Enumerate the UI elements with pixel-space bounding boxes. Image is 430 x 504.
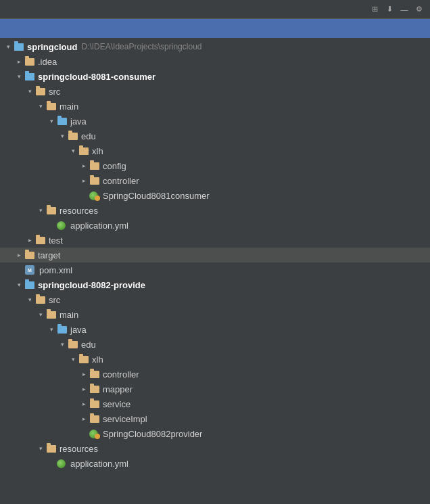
file-icon-folder-plain [89,384,100,394]
tree-item-provider-src[interactable]: ▾src [0,292,430,307]
tree-item-label: config [103,161,126,171]
tree-item-label: springcloud-8082-provide [38,280,145,290]
tree-item-provider[interactable]: ▾springcloud-8082-provide [0,277,430,292]
tree-item-label: main [59,101,78,112]
tree-arrow[interactable]: ▾ [35,205,46,216]
gear-icon[interactable]: ⚙ [414,4,425,15]
tree-item-consumer-resources[interactable]: ▾resources [0,203,430,218]
tree-item-provider-serviceimpl[interactable]: ▸serviceImpl [0,411,430,426]
file-icon-folder-plain [89,175,100,186]
file-icon-folder-plain [78,145,89,156]
tree-item-label: src [49,87,60,97]
tree-item-label: xlh [92,146,103,156]
tree-item-provider-mapper[interactable]: ▸mapper [0,382,430,396]
tree-item-label: target [38,250,60,260]
collapse-icon[interactable]: — [399,4,410,15]
tree-arrow[interactable]: ▾ [3,41,14,52]
file-icon-folder-blue [24,71,35,82]
tree-item-consumer-controller[interactable]: ▸controller [0,173,430,188]
file-icon-folder-plain [35,294,46,305]
tree-arrow[interactable]: ▸ [78,160,89,171]
file-icon-folder-plain [46,101,57,112]
tree-arrow[interactable]: ▸ [78,369,89,380]
file-icon-folder-plain [46,205,57,216]
tree-item-provider-appyml[interactable]: ▸application.yml [0,456,430,471]
tree-item-consumer-appyml[interactable]: ▸application.yml [0,218,430,233]
grid-icon[interactable]: ⊞ [369,4,380,15]
tree-item-label: resources [59,206,98,216]
tree-item-root[interactable]: ▾springcloudD:\IDEA\IdeaProjects\springc… [0,39,430,54]
tree-item-label: application.yml [70,221,128,231]
tree-arrow[interactable]: ▸ [78,384,89,394]
tree-arrow[interactable]: ▾ [35,309,46,320]
tree-arrow[interactable]: ▾ [24,294,35,305]
file-icon-yml [57,220,68,231]
file-icon-folder-blue [57,324,68,335]
tree-item-consumer-src[interactable]: ▾src [0,84,430,99]
file-icon-folder-plain [35,86,46,97]
tree-item-label: SpringCloud8081consumer [103,191,210,201]
tree-item-provider-resources[interactable]: ▾resources [0,441,430,456]
tree-item-consumer-java[interactable]: ▾java [0,114,430,129]
tree-item-consumer-main[interactable]: ▾main [0,99,430,114]
tree-item-label: java [70,325,87,335]
file-icon-folder-plain [89,160,100,171]
tree-item-consumer-class[interactable]: ▸SpringCloud8081consumer [0,188,430,203]
tree-item-label: test [49,235,63,246]
tree-item-consumer-target[interactable]: ▸target [0,248,430,262]
tree-arrow[interactable]: ▾ [46,116,57,127]
tree-item-label: serviceImpl [103,414,147,424]
tree-item-consumer[interactable]: ▾springcloud-8081-consumer [0,69,430,84]
tree-arrow[interactable]: ▾ [35,443,46,454]
tree-arrow[interactable]: ▸ [24,235,35,246]
tree-arrow[interactable]: ▸ [78,413,89,424]
tree-arrow[interactable]: ▾ [14,279,24,290]
file-icon-folder-plain [89,369,100,380]
tree-arrow[interactable]: ▾ [57,339,68,350]
tree-item-consumer-xlh[interactable]: ▾xlh [0,143,430,158]
tree-item-label: .idea [38,57,57,67]
file-icon-folder-plain [35,235,46,246]
tree-item-provider-java[interactable]: ▾java [0,322,430,337]
tree-item-provider-class[interactable]: ▸SpringCloud8082provider [0,426,430,441]
project-panel: ▾springcloudD:\IDEA\IdeaProjects\springc… [0,19,430,504]
tree-item-label: src [49,295,60,305]
tree-item-provider-service[interactable]: ▸service [0,396,430,411]
tree-item-provider-edu[interactable]: ▾edu [0,337,430,352]
tree-item-consumer-edu[interactable]: ▾edu [0,129,430,143]
tree-item-label: controller [103,369,139,380]
tree-item-label: springcloud-8081-consumer [38,72,156,82]
tree-arrow[interactable]: ▾ [68,145,78,156]
tree-item-label: java [70,116,87,127]
tree-arrow[interactable]: ▸ [78,398,89,409]
tree-arrow[interactable]: ▸ [14,250,24,260]
tree-item-label: edu [81,340,96,350]
tree-item-provider-xlh[interactable]: ▾xlh [0,352,430,367]
tree-item-label: controller [103,176,139,186]
tree-item-consumer-pom[interactable]: ▸Mpom.xml [0,262,430,277]
tree-item-idea[interactable]: ▸.idea [0,54,430,69]
download-icon[interactable]: ⬇ [384,4,395,15]
tree-arrow[interactable]: ▾ [35,101,46,112]
tree-arrow[interactable]: ▾ [57,131,68,141]
tree-item-provider-controller[interactable]: ▸controller [0,367,430,382]
tree-item-label: main [59,310,78,320]
tree-arrow[interactable]: ▾ [68,354,78,365]
file-icon-folder-plain [24,56,35,67]
tree-item-label: SpringCloud8082provider [103,429,202,439]
root-path: D:\IDEA\IdeaProjects\springcloud [81,42,201,51]
tree-arrow[interactable]: ▸ [78,175,89,186]
tree-item-consumer-config[interactable]: ▸config [0,158,430,173]
file-icon-folder-blue [57,116,68,127]
tree-arrow[interactable]: ▾ [14,71,24,82]
tree-arrow[interactable]: ▾ [24,86,35,97]
tree-arrow[interactable]: ▸ [14,56,24,67]
file-icon-spring-class [89,428,100,439]
file-icon-folder-plain [68,339,78,350]
tree-item-provider-main[interactable]: ▾main [0,307,430,322]
file-icon-folder-plain [68,131,78,141]
tree-item-consumer-test[interactable]: ▸test [0,233,430,248]
tree-arrow[interactable]: ▾ [46,324,57,335]
title-bar: ⊞ ⬇ — ⚙ [0,0,430,19]
panel-header [0,19,430,38]
